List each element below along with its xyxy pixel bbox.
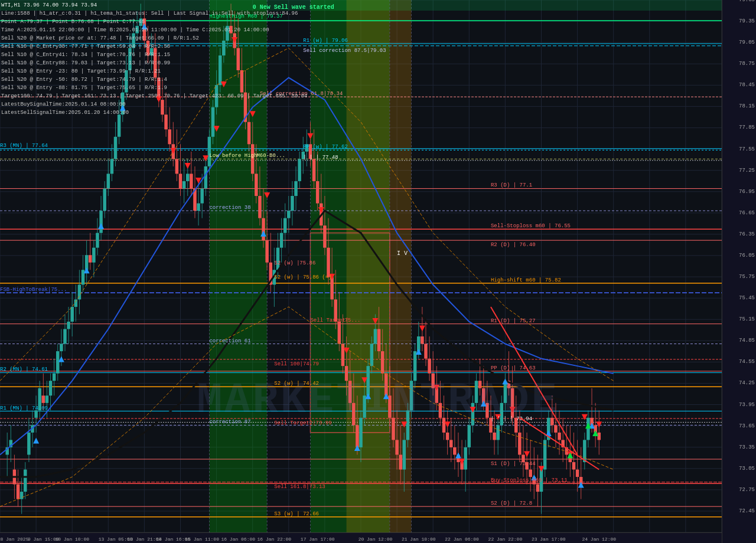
time-tick: 20 Jan 12:00: [359, 537, 393, 542]
price-tick: 78.15: [739, 103, 755, 109]
price-tick: 74.25: [739, 380, 755, 386]
price-tick: 79.65: [739, 0, 755, 3]
time-tick: 22 Jan 06:00: [445, 537, 479, 542]
price-tick: 74.55: [739, 359, 755, 365]
price-tick: 73.65: [739, 423, 755, 429]
price-scale: 79.6579.3579.0578.7578.4578.1577.8577.55…: [722, 0, 756, 543]
time-tick: 23 Jan 17:00: [532, 537, 566, 542]
price-tick: 73.95: [739, 402, 755, 408]
price-tick: 78.75: [739, 61, 755, 67]
price-tick: 76.05: [739, 253, 755, 259]
price-tick: 79.35: [739, 18, 755, 24]
time-tick: 16 Jan 06:00: [221, 537, 255, 542]
price-tick: 73.05: [739, 466, 755, 472]
time-tick: 21 Jan 10:00: [402, 537, 436, 542]
time-tick: 16 Jan 22:00: [258, 537, 292, 542]
price-tick: 75.75: [739, 274, 755, 280]
price-tick: 78.45: [739, 82, 755, 88]
price-tick: 79.05: [739, 40, 755, 45]
time-tick: 24 Jan 12:00: [582, 537, 616, 542]
time-tick: 15 Jan 11:00: [185, 537, 219, 542]
price-tick: 73.35: [739, 444, 755, 450]
price-tick: 77.25: [739, 168, 755, 174]
chart-container: WTI,H1 73.96 74.00 73.94 73.94Line:1588 …: [0, 0, 756, 543]
time-tick: 8 Jan 2025: [0, 537, 28, 542]
price-tick: 75.15: [739, 316, 755, 322]
time-tick: 10 Jan 10:00: [55, 537, 89, 542]
price-tick: 72.75: [739, 487, 755, 493]
price-tick: 76.65: [739, 210, 755, 216]
time-scale: 8 Jan 20259 Jan 15:0010 Jan 10:0013 Jan …: [0, 532, 722, 543]
price-tick: 77.55: [739, 146, 755, 152]
price-tick: 74.85: [739, 338, 755, 344]
time-tick: 22 Jan 22:00: [488, 537, 523, 542]
price-tick: 76.35: [739, 231, 755, 237]
time-tick: 17 Jan 17:00: [301, 537, 335, 542]
price-tick: 77.85: [739, 125, 755, 130]
price-tick: 75.45: [739, 295, 755, 301]
time-tick: 9 Jan 15:00: [28, 537, 59, 542]
chart-canvas: [0, 0, 756, 543]
price-tick: 72.45: [739, 508, 755, 514]
price-tick: 76.95: [739, 189, 755, 195]
